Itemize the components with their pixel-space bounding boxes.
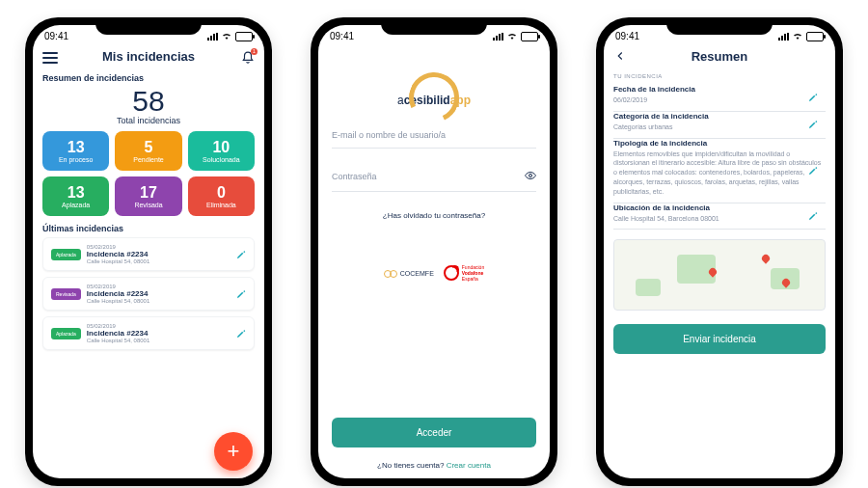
edit-button[interactable] — [808, 207, 818, 225]
signal-icon — [207, 33, 218, 41]
create-account-row: ¿No tienes cuenta? Crear cuenta — [377, 461, 491, 470]
edit-button[interactable] — [808, 116, 818, 133]
pencil-icon — [808, 166, 818, 176]
status-tile-eliminada[interactable]: 0Eliminada — [188, 176, 255, 216]
wifi-icon — [221, 31, 232, 41]
create-account-link[interactable]: Crear cuenta — [447, 461, 491, 470]
tile-label: En proceso — [42, 156, 109, 163]
status-tile-aplazada[interactable]: 13Aplazada — [42, 176, 109, 216]
card-id: Incidencia #2234 — [87, 289, 246, 298]
tile-label: Revisada — [115, 202, 181, 208]
incidencia-card[interactable]: Aplazada 05/02/2019 Incidencia #2234 Cal… — [42, 316, 255, 350]
summary-heading: Resumen de incidencias — [42, 73, 255, 83]
password-placeholder: Contraseña — [332, 172, 377, 181]
notifications-button[interactable]: 1 — [241, 51, 255, 65]
status-chip: Revisada — [51, 288, 81, 300]
logo-arc-icon — [402, 66, 467, 130]
total-label: Total incidencias — [42, 116, 255, 125]
status-tile-pendiente[interactable]: 5Pendiente — [115, 131, 181, 171]
field-value: Categorías urbanas — [613, 122, 826, 132]
field-label: Categoría de la incidencia — [613, 112, 826, 121]
status-tile-en-proceso[interactable]: 13En proceso — [42, 131, 109, 171]
battery-icon — [235, 32, 253, 41]
edit-button[interactable] — [236, 325, 246, 342]
hamburger-icon — [42, 52, 58, 64]
tile-value: 10 — [188, 139, 255, 156]
tile-value: 5 — [115, 139, 181, 156]
cocemfe-icon — [384, 268, 397, 278]
field-label: Ubicación de la incidencia — [613, 203, 826, 212]
tile-label: Eliminada — [188, 202, 255, 208]
wifi-icon — [506, 31, 518, 41]
status-tile-revisada[interactable]: 17Revisada — [115, 176, 181, 216]
field-value: 06/02/2019 — [613, 95, 826, 105]
battery-icon — [521, 32, 538, 41]
app-header: Resumen — [604, 43, 835, 71]
tile-value: 17 — [115, 184, 181, 202]
card-address: Calle Hospital 54, 08001 — [87, 338, 246, 343]
tile-value: 13 — [42, 184, 109, 202]
card-id: Incidencia #2234 — [87, 250, 246, 258]
pencil-icon — [236, 289, 246, 299]
detail-field: Categoría de la incidencia Categorías ur… — [613, 112, 826, 139]
status-tile-solucionada[interactable]: 10Solucionada — [188, 131, 255, 171]
bell-icon: 1 — [241, 51, 255, 65]
incidencia-card[interactable]: Revisada 05/02/2019 Incidencia #2234 Cal… — [42, 277, 255, 311]
total-value: 58 — [42, 87, 255, 116]
incidencia-card[interactable]: Aplazada 05/02/2019 Incidencia #2234 Cal… — [42, 237, 255, 271]
edit-button[interactable] — [236, 246, 246, 263]
detail-field: Fecha de la incidencia 06/02/2019 — [613, 85, 826, 112]
field-label: Fecha de la incidencia — [613, 85, 826, 94]
card-address: Calle Hospital 54, 08001 — [87, 298, 246, 304]
email-field[interactable]: E-mail o nombre de usuario/a — [332, 122, 536, 149]
partner-cocemfe: COCEMFE — [384, 268, 434, 278]
partner-logos: COCEMFE Fundación Vodafone España — [384, 264, 484, 282]
show-password-button[interactable] — [525, 170, 536, 183]
eye-icon — [525, 170, 536, 181]
tile-value: 13 — [42, 139, 109, 156]
signal-icon — [493, 33, 503, 41]
tile-label: Solucionada — [188, 156, 255, 163]
breadcrumb: TU INCIDENCIA — [613, 73, 826, 79]
location-map[interactable] — [613, 239, 826, 311]
wifi-icon — [792, 31, 803, 41]
pencil-icon — [236, 250, 246, 259]
card-address: Calle Hospital 54, 08001 — [87, 258, 246, 264]
menu-button[interactable] — [42, 52, 58, 64]
pencil-icon — [808, 211, 818, 221]
status-time: 09:41 — [615, 31, 639, 41]
card-id: Incidencia #2234 — [87, 329, 246, 338]
phone-mockup-incidencias: 09:41 Mis incidencias 1 Resumen — [25, 17, 272, 486]
status-chip: Aplazada — [51, 328, 81, 339]
email-placeholder: E-mail o nombre de usuario/a — [332, 130, 446, 140]
notification-badge: 1 — [251, 48, 258, 55]
submit-incidencia-button[interactable]: Enviar incidencia — [613, 324, 826, 354]
partner-vodafone: Fundación Vodafone España — [444, 264, 484, 282]
page-title: Mis incidencias — [102, 49, 195, 64]
add-incidencia-button[interactable]: + — [214, 432, 253, 471]
edit-button[interactable] — [808, 162, 818, 179]
field-label: Tipología de la incidencia — [613, 139, 826, 148]
field-value: Elementos removibles que impiden/dificul… — [613, 149, 826, 197]
app-header: Mis incidencias 1 — [33, 43, 264, 71]
tile-label: Pendiente — [115, 156, 181, 163]
tile-value: 0 — [188, 184, 255, 202]
phone-mockup-resumen: 09:41 Resumen TU INCIDENCIA Fecha de la … — [596, 17, 843, 486]
edit-button[interactable] — [236, 285, 246, 303]
login-button[interactable]: Acceder — [332, 418, 536, 447]
status-time: 09:41 — [44, 31, 68, 41]
forgot-password-link[interactable]: ¿Has olvidado tu contraseña? — [383, 211, 485, 220]
status-time: 09:41 — [330, 31, 354, 41]
tile-label: Aplazada — [42, 202, 109, 208]
svg-point-0 — [529, 175, 532, 177]
password-field[interactable]: Contraseña — [332, 162, 536, 192]
brand-logo: acesibilidapp — [397, 72, 471, 107]
back-button[interactable] — [613, 49, 627, 67]
total-kpi: 58 Total incidencias — [42, 87, 255, 125]
pencil-icon — [808, 93, 818, 102]
phone-mockup-login: 09:41 acesibilidapp E-mail o nombre de u… — [311, 17, 557, 486]
detail-field: Tipología de la incidencia Elementos rem… — [613, 139, 826, 203]
page-title: Resumen — [692, 49, 748, 64]
vodafone-icon — [444, 265, 459, 281]
edit-button[interactable] — [808, 89, 818, 106]
